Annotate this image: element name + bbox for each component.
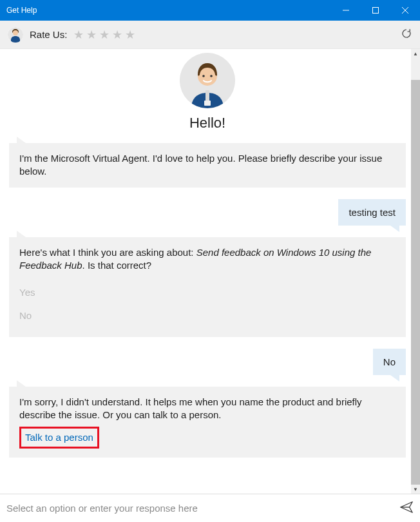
close-button[interactable] xyxy=(390,0,420,21)
star-icon[interactable]: ★ xyxy=(125,28,135,42)
scrollbar-thumb[interactable] xyxy=(411,80,420,485)
refresh-button[interactable] xyxy=(401,28,412,42)
text: . Is that correct? xyxy=(82,260,152,271)
svg-point-11 xyxy=(210,75,213,77)
svg-rect-1 xyxy=(373,8,379,14)
svg-point-10 xyxy=(202,75,205,77)
star-icon[interactable]: ★ xyxy=(73,28,84,42)
options-list: Yes No xyxy=(19,281,396,328)
highlight-annotation: Talk to a person xyxy=(19,427,99,449)
agent-message: I'm sorry, I didn't understand. It helps… xyxy=(9,387,406,458)
agent-avatar-small xyxy=(8,27,23,43)
input-bar xyxy=(0,494,420,522)
star-icon[interactable]: ★ xyxy=(86,28,97,42)
rating-stars[interactable]: ★ ★ ★ ★ ★ xyxy=(72,28,137,42)
message-text: testing test xyxy=(338,199,406,226)
svg-point-5 xyxy=(13,30,18,35)
hero: Hello! xyxy=(9,49,406,131)
message-text: I'm sorry, I didn't understand. It helps… xyxy=(9,387,406,458)
rate-label: Rate Us: xyxy=(30,29,67,40)
chat-content: Hello! I'm the Microsoft Virtual Agent. … xyxy=(0,49,420,494)
option-yes[interactable]: Yes xyxy=(19,281,396,304)
scrollbar[interactable]: ▲ ▼ xyxy=(411,49,420,494)
message-text: Here's what I think you are asking about… xyxy=(9,237,406,337)
option-no[interactable]: No xyxy=(19,304,396,327)
svg-rect-8 xyxy=(204,101,211,106)
svg-rect-7 xyxy=(205,90,209,102)
scroll-up-arrow[interactable]: ▲ xyxy=(411,49,420,58)
window-title: Get Help xyxy=(0,6,331,15)
scroll-down-arrow[interactable]: ▼ xyxy=(411,485,420,494)
agent-message: I'm the Microsoft Virtual Agent. I'd lov… xyxy=(9,143,406,188)
response-input[interactable] xyxy=(6,503,394,514)
talk-to-person-link[interactable]: Talk to a person xyxy=(23,430,96,445)
message-text: I'm the Microsoft Virtual Agent. I'd lov… xyxy=(9,143,406,188)
text: I'm sorry, I didn't understand. It helps… xyxy=(19,396,362,420)
star-icon[interactable]: ★ xyxy=(112,28,122,42)
rate-bar: Rate Us: ★ ★ ★ ★ ★ xyxy=(0,21,420,49)
star-icon[interactable]: ★ xyxy=(99,28,110,42)
minimize-button[interactable] xyxy=(331,0,361,21)
window-titlebar: Get Help xyxy=(0,0,420,21)
maximize-button[interactable] xyxy=(361,0,390,21)
text: Here's what I think you are asking about… xyxy=(19,247,196,258)
send-button[interactable] xyxy=(399,500,414,517)
message-text: No xyxy=(373,349,406,375)
user-message: testing test xyxy=(9,199,406,226)
greeting-text: Hello! xyxy=(9,115,406,131)
agent-message: Here's what I think you are asking about… xyxy=(9,237,406,337)
agent-avatar-large xyxy=(180,53,235,108)
user-message: No xyxy=(9,349,406,375)
